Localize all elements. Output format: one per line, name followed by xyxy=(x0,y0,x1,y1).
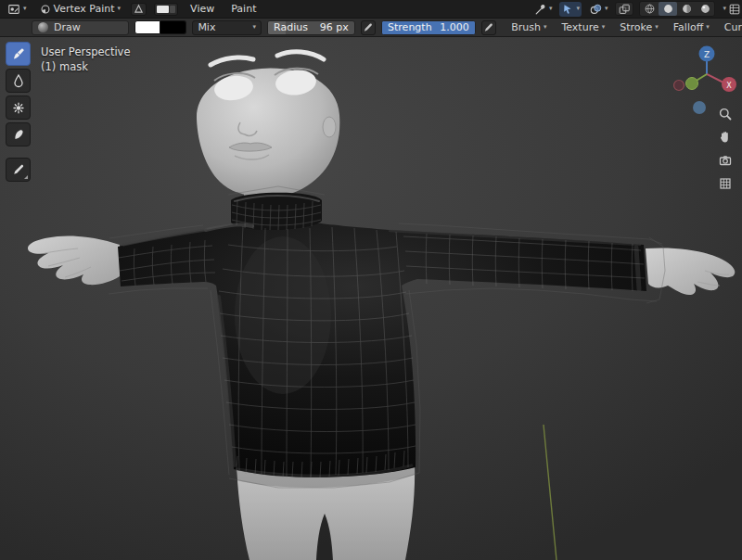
chevron-down-icon: ▾ xyxy=(723,6,726,12)
perspective-grid-icon xyxy=(718,176,733,191)
camera-icon xyxy=(718,153,733,168)
stroke-popover[interactable]: Stroke ▾ xyxy=(620,21,659,33)
gizmo-x-label: X xyxy=(726,82,732,90)
brush-selector[interactable]: Draw xyxy=(32,20,129,35)
mask-white-swatch-icon xyxy=(157,6,169,13)
smear-icon xyxy=(11,127,26,142)
blend-mode-dropdown[interactable]: Mix ▾ xyxy=(192,20,262,35)
menu-paint[interactable]: Paint xyxy=(226,2,261,16)
zoom-magnifier-icon xyxy=(718,107,733,121)
average-icon xyxy=(11,100,26,115)
cursor-popover[interactable]: Cur xyxy=(724,21,742,33)
radius-slider[interactable]: Radius 96 px xyxy=(267,20,355,35)
brush-popover-label: Brush xyxy=(511,21,541,33)
gizmo-arrow-icon xyxy=(561,3,574,16)
gizmo-z-label: Z xyxy=(704,50,710,59)
blend-mode-value: Mix xyxy=(198,21,215,33)
mask-dark-swatch-icon xyxy=(170,6,175,13)
editor-type-icon xyxy=(7,3,20,16)
chevron-down-icon: ▾ xyxy=(23,6,27,12)
chevron-down-icon: ▾ xyxy=(549,6,553,12)
character-ear xyxy=(323,117,336,137)
chevron-down-icon: ▾ xyxy=(605,6,608,12)
brush-preview-icon xyxy=(38,22,48,32)
shading-wireframe-icon xyxy=(644,3,656,15)
paint-mask-toggle[interactable] xyxy=(131,3,147,16)
zoom-button[interactable] xyxy=(717,106,734,122)
render-options-icon xyxy=(728,3,741,16)
chevron-down-icon: ▾ xyxy=(576,6,580,12)
chevron-down-icon: ▾ xyxy=(602,24,606,31)
draw-brush-icon xyxy=(11,46,26,61)
texture-popover-label: Texture xyxy=(561,21,598,33)
secondary-color-swatch[interactable] xyxy=(160,20,186,34)
tool-smear-button[interactable] xyxy=(6,122,31,146)
blur-droplet-icon xyxy=(11,73,26,88)
shading-options-button[interactable]: ▾ xyxy=(721,2,742,17)
brush-name: Draw xyxy=(54,21,81,33)
editor-type-button[interactable]: ▾ xyxy=(5,2,30,17)
viewport-nav-buttons xyxy=(717,106,734,192)
3d-viewport-scene[interactable] xyxy=(0,37,742,560)
brush-popover[interactable]: Brush ▾ xyxy=(511,21,546,33)
gizmo-neg-z-axis-ball[interactable] xyxy=(693,101,706,114)
orthographic-toggle-button[interactable] xyxy=(717,175,734,192)
view-name-text: User Perspective xyxy=(41,45,130,59)
vertex-paint-mode-icon xyxy=(40,4,51,15)
show-gizmo-button[interactable]: ▾ xyxy=(559,2,582,17)
tool-draw-button[interactable] xyxy=(6,42,31,66)
show-overlays-button[interactable]: ▾ xyxy=(587,2,610,17)
paint-color-swatches xyxy=(134,20,186,34)
vertex-mask-toggle[interactable] xyxy=(154,3,178,16)
tool-average-button[interactable] xyxy=(6,95,31,120)
top-header-bar: ▾ Vertex Paint ▾ View Paint ▾ xyxy=(0,0,742,18)
tool-annotate-button[interactable] xyxy=(6,158,31,182)
radius-value: 96 px xyxy=(320,21,349,33)
shading-material-button[interactable] xyxy=(677,2,696,16)
strength-pressure-toggle[interactable] xyxy=(481,20,496,35)
gizmo-y-axis-ball[interactable] xyxy=(686,78,698,90)
stylus-pressure-icon xyxy=(363,22,373,32)
falloff-popover-label: Falloff xyxy=(673,21,703,33)
tool-more-options-indicator xyxy=(24,175,28,179)
face-mask-icon xyxy=(134,4,144,14)
chevron-down-icon: ▾ xyxy=(253,24,257,31)
chevron-down-icon: ▾ xyxy=(544,24,547,31)
chevron-down-icon: ▾ xyxy=(118,6,122,12)
shading-rendered-icon xyxy=(699,3,711,15)
falloff-popover[interactable]: Falloff ▾ xyxy=(673,21,710,33)
strength-slider[interactable]: Strength 1.000 xyxy=(381,20,476,35)
shading-mode-group xyxy=(639,1,715,17)
stylus-pressure-icon xyxy=(483,22,493,32)
pan-hand-icon xyxy=(718,130,733,145)
strength-value: 1.000 xyxy=(440,21,469,33)
viewport-toolbar xyxy=(6,42,31,182)
header-right-controls: ▾ ▾ ▾ xyxy=(532,1,737,17)
sample-color-button[interactable]: ▾ xyxy=(532,2,555,17)
stroke-popover-label: Stroke xyxy=(620,21,652,33)
xray-icon xyxy=(618,3,631,16)
3d-viewport[interactable]: User Perspective (1) mask xyxy=(0,37,742,560)
viewport-text-overlay: User Perspective (1) mask xyxy=(41,45,130,74)
primary-color-swatch[interactable] xyxy=(134,20,160,34)
xray-toggle[interactable] xyxy=(615,2,633,16)
shading-material-icon xyxy=(681,3,693,15)
radius-label: Radius xyxy=(274,21,308,33)
tool-settings-bar: Draw Mix ▾ Radius 96 px Strength 1.000 B… xyxy=(0,18,742,37)
camera-view-button[interactable] xyxy=(717,152,734,169)
shading-solid-button[interactable] xyxy=(659,2,677,16)
eyedropper-icon xyxy=(534,3,547,16)
radius-pressure-toggle[interactable] xyxy=(361,20,376,35)
tool-blur-button[interactable] xyxy=(6,69,31,93)
texture-popover[interactable]: Texture ▾ xyxy=(561,21,605,33)
shading-wireframe-button[interactable] xyxy=(640,2,659,16)
pan-button[interactable] xyxy=(717,129,734,146)
chevron-down-icon: ▾ xyxy=(706,24,710,31)
object-info-text: (1) mask xyxy=(41,59,130,74)
shading-rendered-button[interactable] xyxy=(696,2,714,16)
strength-label: Strength xyxy=(388,21,432,33)
mode-dropdown-label: Vertex Paint xyxy=(54,3,115,15)
menu-view[interactable]: View xyxy=(186,2,219,16)
gizmo-neg-x-axis-ball[interactable] xyxy=(674,81,684,91)
mode-dropdown[interactable]: Vertex Paint ▾ xyxy=(37,2,124,16)
